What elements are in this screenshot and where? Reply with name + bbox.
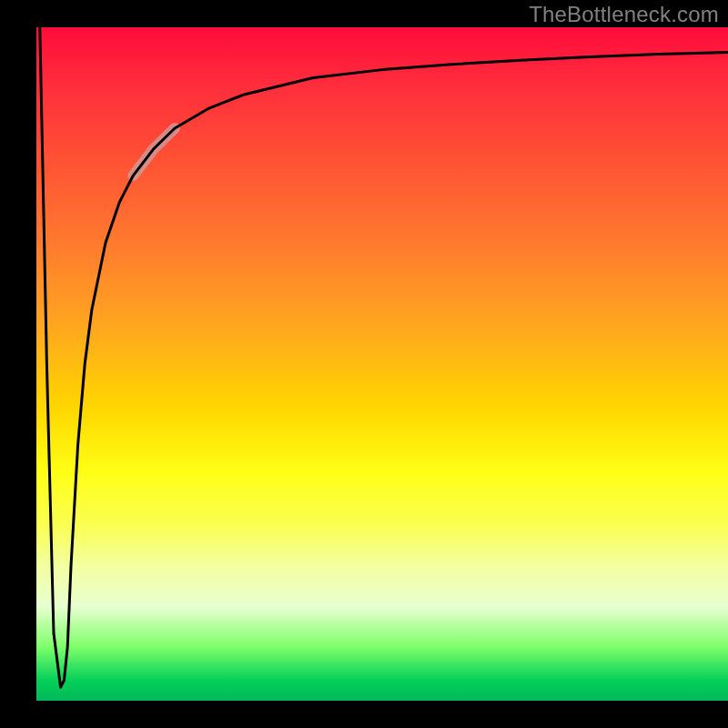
- plot-area: [36, 27, 728, 701]
- watermark-text: TheBottleneck.com: [529, 2, 719, 27]
- chart-frame: TheBottleneck.com: [0, 0, 728, 728]
- curve-svg: [36, 27, 728, 701]
- bottleneck-curve: [40, 27, 728, 687]
